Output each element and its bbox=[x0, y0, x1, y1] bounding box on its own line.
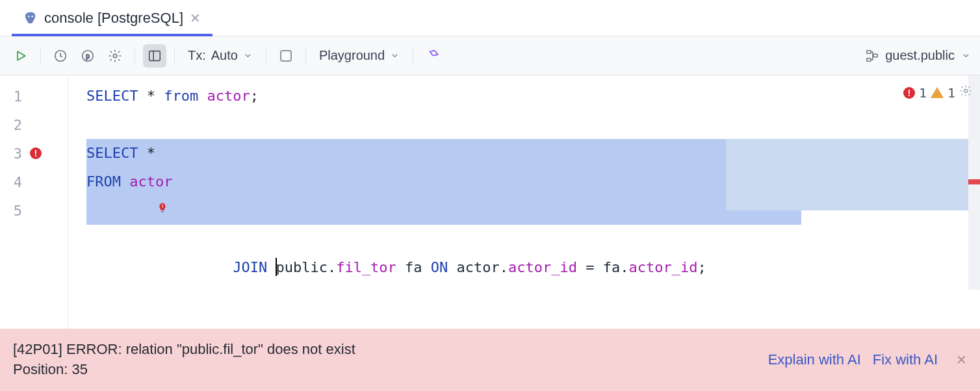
tx-mode-value: Auto bbox=[211, 48, 238, 63]
svg-rect-11 bbox=[161, 211, 164, 212]
close-tab-icon[interactable]: ✕ bbox=[190, 10, 201, 26]
error-indicator-icon: ! bbox=[903, 87, 915, 99]
intention-bulb-icon[interactable]: ! bbox=[71, 168, 168, 253]
run-button[interactable] bbox=[9, 44, 32, 68]
fix-with-ai-button[interactable]: Fix with AI bbox=[873, 351, 938, 368]
error-count: 1 bbox=[919, 85, 927, 101]
schema-label: guest.public bbox=[885, 48, 955, 63]
inspection-settings-icon[interactable] bbox=[959, 84, 972, 101]
warning-indicator-icon bbox=[931, 87, 944, 98]
chevron-down-icon bbox=[961, 51, 971, 60]
error-line-2: Position: 35 bbox=[13, 360, 756, 380]
svg-text:!: ! bbox=[161, 203, 164, 209]
svg-text:p: p bbox=[86, 52, 90, 59]
svg-rect-8 bbox=[867, 50, 871, 53]
svg-point-0 bbox=[28, 16, 29, 17]
divider bbox=[174, 47, 175, 65]
editor-window: console [PostgreSQL] ✕ p Tx: Auto bbox=[0, 0, 980, 391]
divider bbox=[266, 47, 266, 65]
marker-stripe[interactable] bbox=[968, 75, 980, 290]
tx-label: Tx: bbox=[188, 48, 206, 63]
svg-point-1 bbox=[32, 16, 33, 17]
session-mode-value: Playground bbox=[319, 48, 385, 63]
settings-icon[interactable] bbox=[103, 44, 127, 68]
line-number: 3 bbox=[0, 145, 26, 162]
schema-icon bbox=[864, 49, 879, 63]
chevron-down-icon bbox=[390, 51, 400, 60]
line-number: 4 bbox=[0, 174, 26, 190]
code-line: ! JOIN public.fil_tor fa ON actor.actor_… bbox=[68, 196, 980, 225]
svg-rect-10 bbox=[873, 54, 877, 57]
svg-point-5 bbox=[113, 54, 117, 58]
divider bbox=[413, 47, 413, 65]
code-line: SELECT * from actor; bbox=[68, 82, 980, 110]
plan-icon[interactable]: p bbox=[76, 44, 99, 68]
tx-mode-selector[interactable]: Tx: Auto bbox=[183, 48, 258, 63]
divider bbox=[305, 47, 306, 65]
divider bbox=[135, 47, 135, 65]
commit-icon[interactable] bbox=[274, 44, 298, 68]
code-line bbox=[68, 110, 980, 139]
session-mode-selector[interactable]: Playground bbox=[314, 48, 405, 63]
svg-rect-6 bbox=[149, 51, 161, 60]
history-icon[interactable] bbox=[49, 44, 72, 68]
warning-count: 1 bbox=[948, 85, 955, 101]
sql-editor[interactable]: 1 2 3! 4 5 SELECT * from actor; SELECT *… bbox=[0, 75, 980, 329]
svg-rect-9 bbox=[867, 58, 871, 61]
error-message: [42P01] ERROR: relation "public.fil_tor"… bbox=[13, 340, 756, 380]
toolbar: p Tx: Auto Playground guest bbox=[0, 36, 980, 75]
postgresql-icon bbox=[23, 11, 38, 25]
inspections-widget[interactable]: ! 1 1 bbox=[903, 84, 972, 101]
line-number: 1 bbox=[0, 88, 26, 105]
explain-with-ai-button[interactable]: Explain with AI bbox=[768, 351, 861, 368]
tab-console[interactable]: console [PostgreSQL] ✕ bbox=[12, 0, 213, 36]
divider bbox=[40, 47, 41, 65]
tab-label: console [PostgreSQL] bbox=[44, 10, 183, 27]
tab-bar: console [PostgreSQL] ✕ bbox=[0, 0, 980, 36]
schema-selector[interactable]: guest.public bbox=[864, 48, 971, 63]
close-error-icon[interactable]: ✕ bbox=[956, 352, 967, 368]
error-notification: [42P01] ERROR: relation "public.fil_tor"… bbox=[0, 329, 980, 391]
gutter: 1 2 3! 4 5 bbox=[0, 75, 68, 329]
error-marker[interactable] bbox=[968, 179, 980, 184]
svg-point-13 bbox=[964, 90, 968, 93]
error-line-1: [42P01] ERROR: relation "public.fil_tor"… bbox=[13, 340, 756, 360]
chevron-down-icon bbox=[243, 51, 253, 60]
code-line: FROM actor bbox=[68, 168, 980, 196]
line-number: 2 bbox=[0, 117, 26, 133]
code-area[interactable]: SELECT * from actor; SELECT * FROM actor… bbox=[68, 75, 980, 329]
error-gutter-icon[interactable]: ! bbox=[26, 147, 65, 159]
ai-icon[interactable] bbox=[421, 44, 445, 68]
in-editor-results-icon[interactable] bbox=[143, 44, 166, 68]
line-number: 5 bbox=[0, 203, 26, 219]
code-line: SELECT * bbox=[68, 139, 980, 168]
